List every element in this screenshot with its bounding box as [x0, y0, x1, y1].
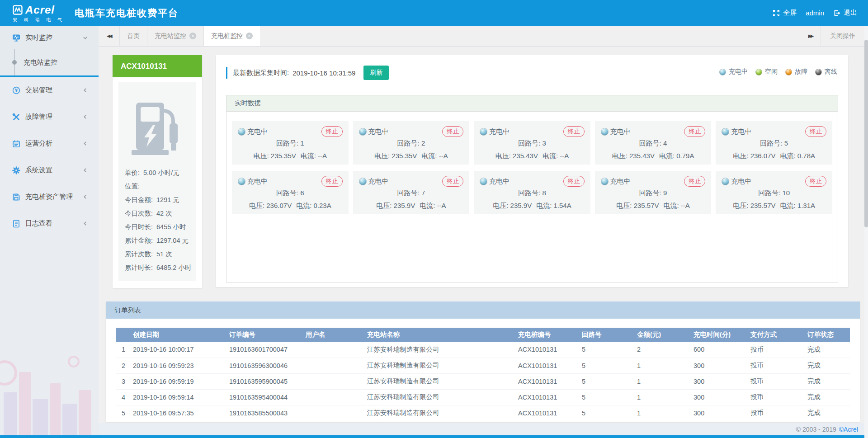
stat-total-amount: 累计金额:1297.04 元 — [125, 234, 190, 247]
tabs-scroll-right-button[interactable]: ▶▶ — [800, 26, 821, 46]
stop-button[interactable]: 终止 — [684, 176, 705, 187]
orders-panel: 订单列表 创建日期 订单编号 用户名 充电站名称 充电桩编号 回路号 金额(元)… — [106, 301, 860, 422]
col-order-no: 订单编号 — [227, 328, 304, 342]
chevron-left-icon — [83, 114, 88, 119]
circuit-card-1: 充电中终止 回路号: 1 电压: 235.35V电流: --A — [232, 121, 349, 165]
close-operations-button[interactable]: 关闭操作 — [821, 26, 864, 46]
circuit-card-10: 充电中终止 回路号: 10 电压: 235.57V电流: 1.31A — [716, 171, 832, 214]
sidebar-item-log-view[interactable]: 日志查看 — [0, 210, 99, 237]
sidebar-item-operation-analysis[interactable]: 运营分析 — [0, 130, 99, 157]
main-content: ACX1010131 单价:5.00 小时/元 位置: 今日金额:129 — [99, 47, 868, 423]
table-row[interactable]: 42019-10-16 09:59:141910163595400044江苏安科… — [116, 389, 850, 405]
charging-status-icon — [359, 178, 367, 185]
stop-button[interactable]: 终止 — [563, 126, 585, 137]
col-pay-method: 支付方式 — [749, 328, 806, 342]
bottom-accent-strip — [0, 435, 868, 438]
sidebar-item-charging-station-monitor[interactable]: 充电站监控 — [0, 49, 99, 75]
table-row[interactable]: 32019-10-16 09:59:191910163595900045江苏安科… — [116, 373, 850, 389]
legend-offline: 离线 — [815, 68, 837, 76]
stat-location: 位置: — [125, 179, 190, 193]
circuit-card-2: 充电中终止 回路号: 2 电压: 235.35V电流: --A — [353, 121, 470, 165]
col-pile-no: 充电桩编号 — [516, 328, 580, 342]
collect-time-value: 2019-10-16 10:31:59 — [292, 69, 355, 77]
table-row[interactable]: 12019-10-16 10:00:171910163601700047江苏安科… — [116, 342, 850, 358]
chevron-left-icon — [83, 194, 88, 199]
stop-button[interactable]: 终止 — [805, 176, 826, 187]
fault-status-icon — [785, 69, 792, 75]
monitor-icon — [12, 34, 20, 42]
acrel-logo-icon — [13, 5, 23, 15]
sidebar-item-realtime-monitor[interactable]: 实时监控 — [0, 26, 99, 49]
station-info-panel: ACX1010131 单价:5.00 小时/元 位置: 今日金额:129 — [113, 55, 202, 288]
chevron-left-icon — [83, 141, 88, 146]
refresh-button[interactable]: 刷新 — [363, 66, 389, 80]
station-summary-card: 单价:5.00 小时/元 位置: 今日金额:1291 元 今日次数:42 次 今… — [118, 82, 196, 281]
charging-status-icon — [601, 178, 609, 185]
stat-today-duration: 今日时长:6455 小时 — [125, 220, 190, 234]
circuit-card-3: 充电中终止 回路号: 3 电压: 235.43V电流: --A — [474, 121, 590, 165]
stop-button[interactable]: 终止 — [321, 126, 343, 137]
table-row[interactable]: 22019-10-16 09:59:231910163596300046江苏安科… — [116, 358, 850, 373]
offline-status-icon — [815, 69, 822, 75]
scrollbar-thumb[interactable] — [864, 40, 868, 227]
tab-station-monitor[interactable]: 充电站监控 × — [147, 26, 203, 46]
submenu-dot-icon — [12, 60, 17, 65]
stop-button[interactable]: 终止 — [684, 126, 705, 137]
col-create-date: 创建日期 — [131, 328, 227, 342]
accent-bar — [226, 67, 227, 79]
tab-pile-monitor[interactable]: 充电桩监控 × — [203, 26, 260, 46]
charging-status-icon — [238, 128, 245, 136]
status-legend: 充电中 空闲 故障 离线 — [719, 68, 837, 76]
username: admin — [806, 9, 824, 17]
brand-logo: Acrel 安 科 瑞 电 气 — [13, 4, 65, 23]
vertical-scrollbar[interactable] — [864, 26, 868, 438]
legend-charging: 充电中 — [719, 68, 748, 76]
gear-icon — [12, 166, 20, 174]
table-row[interactable]: 52019-10-16 09:57:351910163585500043江苏安科… — [116, 405, 850, 421]
circuit-card-4: 充电中终止 回路号: 4 电压: 235.43V电流: 0.79A — [595, 121, 712, 165]
sidebar-item-fault-management[interactable]: 故障管理 — [0, 104, 99, 130]
realtime-data-title: 实时数据 — [226, 95, 838, 112]
logout-icon — [833, 9, 840, 17]
stop-button[interactable]: 终止 — [321, 176, 343, 187]
fullscreen-button[interactable]: 全屏 — [773, 9, 797, 17]
chevron-down-icon — [83, 35, 88, 40]
orders-table: 创建日期 订单编号 用户名 充电站名称 充电桩编号 回路号 金额(元) 充电时间… — [116, 328, 850, 421]
stop-button[interactable]: 终止 — [563, 176, 585, 187]
stop-button[interactable]: 终止 — [805, 126, 826, 137]
tab-home[interactable]: 首页 — [119, 26, 147, 46]
sidebar-item-pile-asset-management[interactable]: 充电桩资产管理 — [0, 184, 99, 210]
legend-fault: 故障 — [785, 68, 807, 76]
skyline-decoration — [0, 349, 99, 435]
close-tab-icon[interactable]: × — [246, 33, 253, 39]
stop-button[interactable]: 终止 — [442, 126, 463, 137]
stat-unit-price: 单价:5.00 小时/元 — [125, 166, 190, 179]
user-menu[interactable]: admin — [806, 9, 824, 17]
stat-total-duration: 累计时长:6485.2 小时 — [125, 261, 190, 274]
circuit-card-6: 充电中终止 回路号: 6 电压: 236.07V电流: 0.23A — [232, 171, 349, 214]
stat-today-count: 今日次数:42 次 — [125, 207, 190, 220]
stop-button[interactable]: 终止 — [442, 176, 463, 187]
transaction-icon: ¥ — [12, 86, 20, 94]
table-header-row: 创建日期 订单编号 用户名 充电站名称 充电桩编号 回路号 金额(元) 充电时间… — [116, 328, 850, 342]
charging-status-icon — [480, 128, 487, 136]
col-charge-minutes: 充电时间(分) — [692, 328, 749, 342]
document-icon — [12, 220, 20, 228]
brand-subtitle: 安 科 瑞 电 气 — [13, 17, 65, 23]
realtime-monitor-panel: 最新数据采集时间: 2019-10-16 10:31:59 刷新 充电中 空闲 … — [216, 55, 848, 287]
tabs-scroll-left-button[interactable]: ◀◀ — [99, 26, 119, 46]
save-disk-icon — [12, 193, 20, 201]
top-header: Acrel 安 科 瑞 电 气 电瓶车充电桩收费平台 全屏 admin — [0, 0, 868, 26]
circuit-card-7: 充电中终止 回路号: 7 电压: 235.9V电流: --A — [353, 171, 470, 214]
orders-title: 订单列表 — [106, 301, 860, 319]
chevron-left-icon — [83, 88, 88, 93]
tools-icon — [12, 113, 20, 121]
close-tab-icon[interactable]: × — [189, 33, 196, 39]
logout-button[interactable]: 退出 — [833, 9, 857, 17]
circuit-card-9: 充电中终止 回路号: 9 电压: 235.57V电流: --A — [595, 171, 712, 214]
acrel-link[interactable]: ©Acrel — [839, 426, 858, 433]
stat-total-count: 累计次数:51 次 — [125, 247, 190, 261]
sidebar-item-transaction-management[interactable]: ¥ 交易管理 — [0, 77, 99, 104]
sidebar-item-system-settings[interactable]: 系统设置 — [0, 157, 99, 184]
charging-status-icon — [480, 178, 487, 185]
